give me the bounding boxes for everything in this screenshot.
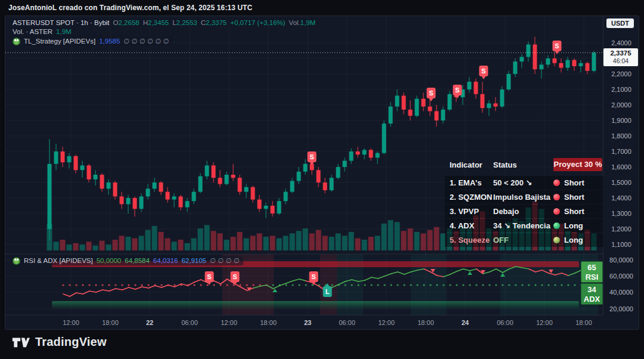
indicator-status: Impulso Bajista ↘: [493, 193, 553, 202]
volume-bar: [132, 239, 138, 251]
adx-dot: [436, 284, 438, 286]
rsi-line-segment: [181, 284, 188, 286]
time-tick-label: 23: [304, 319, 311, 326]
candle-body: [559, 63, 564, 68]
candle-body: [467, 82, 472, 89]
candle-body: [323, 182, 327, 190]
strategy-legend-row[interactable]: TL_Strategy [APIDEVs] 1,9585 ∅ ∅ ∅ ∅ ∅ ∅: [10, 36, 172, 46]
candle-body: [205, 165, 209, 176]
candle-body: [192, 192, 196, 202]
volume-bar: [316, 230, 321, 250]
rsi-indicator-name: RSI & ADX [APIDEVS]: [24, 257, 93, 264]
red-signal-dot-icon: [553, 194, 560, 200]
time-tick-label: 18:00: [260, 319, 277, 326]
volume-bar: [401, 231, 407, 250]
volume-bar: [296, 231, 302, 250]
price-tick-label: 2,2000: [603, 70, 639, 78]
volume-bar: [303, 228, 308, 250]
candle-body: [448, 94, 452, 110]
volume-bar: [388, 220, 394, 250]
candle-body: [271, 206, 275, 213]
volume-bar: [421, 233, 426, 250]
volume-bar: [264, 237, 269, 250]
rsi-line-segment: [463, 269, 470, 271]
price-tick-label: 1,1000: [603, 241, 639, 248]
candle-body: [80, 165, 85, 170]
svg-text:S: S: [233, 273, 237, 280]
price-tick-label: 1,2000: [603, 225, 639, 233]
time-tick-label: 24: [462, 319, 469, 326]
indicator-status: OFF: [493, 236, 553, 245]
volume-bar: [106, 245, 112, 250]
svg-text:S: S: [455, 86, 459, 94]
adx-dot: [528, 284, 530, 286]
adx-dot: [410, 284, 411, 286]
rsi-line-segment: [162, 285, 168, 287]
signal-table-header: Indicator Status Proyect 30 %: [445, 158, 603, 171]
adx-gauge-value: 34: [581, 285, 602, 295]
low-value: 2,2553: [177, 19, 197, 26]
signal-direction: Long: [564, 236, 583, 245]
candle-body: [566, 60, 570, 68]
rsi-line-segment: [142, 287, 148, 288]
signal-direction: Short: [564, 207, 584, 216]
volume-bar: [237, 232, 243, 250]
adx-dot: [101, 284, 103, 286]
candle-body: [67, 156, 72, 162]
volume-bar: [73, 243, 79, 250]
price-tick-label: 2,1000: [603, 86, 639, 93]
rsi-line-segment: [175, 284, 181, 287]
price-tick-label: 1,7000: [603, 148, 639, 155]
volume-bar: [198, 228, 203, 250]
volume-bar: [382, 224, 387, 250]
signal-table-row: 5. SqueezeOFFLong: [445, 233, 603, 247]
price-tick-label: 2,0000: [603, 101, 639, 109]
rsi-line-segment: [286, 281, 293, 283]
candle-body: [225, 175, 229, 184]
candle-body: [107, 182, 111, 188]
adx-dot: [567, 284, 569, 286]
rsi-empty-values: ∅ ∅ ∅ ∅: [210, 256, 240, 265]
price-tick-label: 60,0000: [603, 273, 639, 280]
rsi-line-segment: [280, 283, 286, 286]
volume-legend-row[interactable]: Vol. · ASTER 1,9M: [10, 27, 75, 36]
signal-direction: Short: [564, 193, 584, 202]
currency-badge[interactable]: USDT: [606, 18, 634, 28]
adx-dot: [377, 284, 379, 286]
time-tick-label: 12:00: [536, 319, 553, 326]
candle-body: [126, 198, 131, 204]
candle-body: [382, 123, 386, 153]
adx-dot: [416, 284, 418, 286]
candle-body: [520, 57, 524, 61]
frog-emoji-icon: [13, 38, 20, 45]
symbol-legend-row[interactable]: ASTERUSDT SPOT · 1h · Bybit O2,2658 H2,3…: [10, 18, 319, 27]
short-signal-flag: S: [553, 41, 562, 54]
svg-text:S: S: [311, 273, 315, 280]
time-axis[interactable]: 12:0018:002206:0012:0018:002306:0012:001…: [5, 315, 603, 330]
signal-cell: Short: [553, 207, 602, 216]
project-badge: Proyect 30 %: [553, 158, 602, 171]
signal-cell: Short: [553, 178, 602, 187]
short-signal-flag: S: [427, 88, 436, 101]
price-tick-label: 1,9000: [603, 117, 639, 124]
frog-emoji-icon: [13, 257, 20, 265]
chart-plot-area[interactable]: SSSSSSSSL ASTERUSDT SPOT · 1h · Bybit O2…: [5, 16, 603, 315]
adx-dot: [246, 284, 247, 286]
bar-countdown: 46:04: [603, 57, 638, 65]
tradingview-footer[interactable]: TradingView: [12, 335, 107, 349]
adx-dot: [298, 284, 300, 286]
candle-body: [369, 150, 373, 157]
volume-value: 1,9M: [301, 19, 316, 26]
adx-gauge-label: ADX: [581, 295, 602, 304]
candle-body: [336, 167, 340, 178]
price-tick-label: 1,6000: [603, 163, 639, 171]
rsi-line-segment: [96, 290, 103, 292]
candle-body: [527, 45, 531, 57]
adx-dot: [206, 284, 208, 286]
volume-bar: [152, 226, 157, 250]
volume-bar: [178, 240, 184, 250]
signal-direction: Short: [564, 178, 584, 187]
volume-bar: [172, 242, 177, 250]
time-tick-label: 12:00: [378, 319, 395, 326]
rsi-legend-row[interactable]: RSI & ADX [APIDEVS] 50,0000 64,8584 64,0…: [10, 256, 243, 265]
